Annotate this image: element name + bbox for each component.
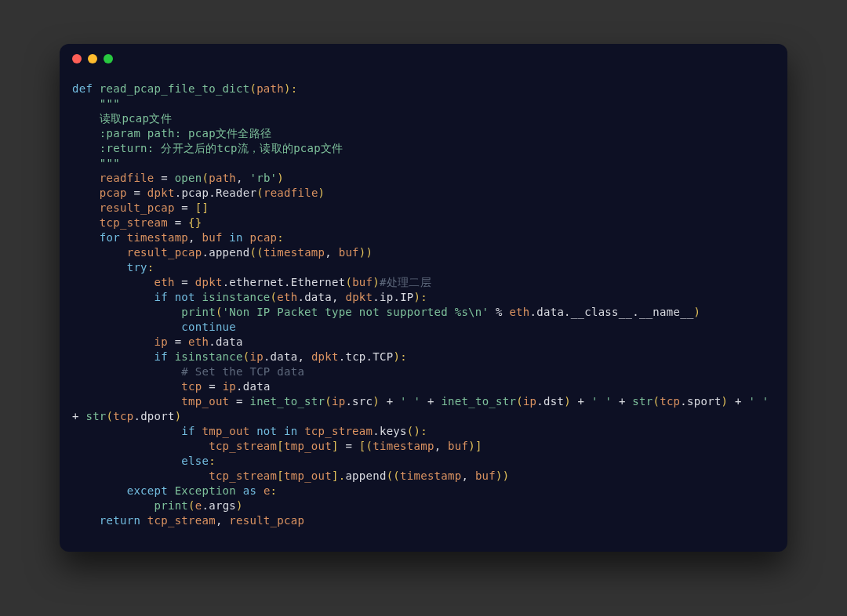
code-token: = [339,440,359,452]
code-token: tcp_stream [209,440,277,452]
code-token: ( [256,187,264,199]
code-token: eth [509,306,529,318]
code-token: eth [277,291,297,303]
code-token: isinstance [175,350,243,363]
code-token: , [236,172,249,184]
code-token: dpkt [147,187,175,199]
code-token: ] [332,440,339,452]
code-line: def read_pcap_file_to_dict(path): [72,82,297,95]
code-token: str [85,410,106,422]
code-line: if isinstance(ip.data, dpkt.tcp.TCP): [72,350,407,363]
code-line: tcp_stream = {} [72,216,202,229]
code-token [72,469,209,482]
code-token: = [127,187,147,199]
code-token: tcp [660,395,680,408]
code-token: ) [722,395,729,408]
code-token: result_pcap [127,246,202,259]
code-line: if tmp_out not in tcp_stream.keys(): [72,425,427,437]
code-token: ( [271,291,278,303]
code-token: : [147,261,154,274]
code-token: path [256,82,284,95]
code-line: eth = dpkt.ethernet.Ethernet(buf)#处理二层 [72,276,431,288]
code-token: args [209,499,236,512]
code-token: append [209,246,249,259]
code-token: dst [543,395,564,408]
code-line: except Exception as e: [72,484,277,497]
code-token: continue [181,321,236,333]
code-token [72,425,181,437]
code-token: pcap [181,187,209,199]
code-token: buf [352,276,373,288]
code-token: . [202,499,209,512]
code-token: ( [345,276,352,288]
code-token: dpkt [311,350,339,363]
code-token: ( [249,82,256,95]
code-token: src [352,395,373,408]
code-token: pcap [249,231,277,244]
code-token: for [100,231,127,244]
code-token [72,261,127,274]
code-token: . [564,306,571,318]
code-token: ): [284,82,297,95]
code-token: return [100,514,147,527]
code-token [72,484,127,497]
code-token: pcap [100,187,127,199]
code-token: . [209,335,216,348]
code-token: % [489,306,509,318]
code-line: else: [72,455,216,467]
code-token: # Set the TCP data [181,365,304,378]
code-token: tcp [181,380,202,393]
code-window: def read_pcap_file_to_dict(path): """ 读取… [60,44,787,552]
code-token: ) [236,499,243,512]
code-token: tcp_stream [100,216,168,229]
code-token: . [530,306,537,318]
code-token: Ethernet [291,276,346,288]
zoom-icon[interactable] [104,54,113,63]
code-token: ) [277,172,284,184]
code-token: """ [72,157,120,169]
code-token: , [461,469,474,482]
code-token [72,499,154,512]
code-token: = [168,216,188,229]
code-token [72,246,127,259]
code-token [72,306,181,318]
code-token: , [325,246,338,259]
minimize-icon[interactable] [88,54,97,63]
code-token: 'rb' [249,172,277,184]
code-token [72,365,181,378]
code-token: ( [325,395,332,408]
code-token: timestamp [373,440,434,452]
code-line: tcp_stream[tmp_out].append((timestamp, b… [72,469,509,482]
close-icon[interactable] [72,54,82,63]
code-token: + [571,395,591,408]
code-token: not in [249,425,304,437]
code-token: : [277,231,284,244]
code-area: def read_pcap_file_to_dict(path): """ 读取… [60,74,787,552]
code-token: [ [277,469,284,482]
code-token: + [420,395,441,408]
code-token: dpkt [195,276,223,288]
code-token: , [297,350,311,363]
code-token: ' ' [400,395,420,408]
code-token: tmp_out [284,469,332,482]
code-token: . [536,395,543,408]
code-token [72,440,209,452]
code-token: data [304,291,332,303]
code-token: buf [202,231,223,244]
code-token: dpkt [345,291,373,303]
code-line: try: [72,261,154,274]
code-line: tcp = ip.data [72,380,271,393]
code-line: result_pcap.append((timestamp, buf)) [72,246,373,259]
code-token: path [209,172,236,184]
code-token: timestamp [127,231,188,244]
code-token [72,231,100,244]
code-token: . [209,187,216,199]
code-token: + [612,395,632,408]
code-token: ( [516,395,523,408]
code-token: 读取pcap文件 [72,112,172,125]
code-token: . [297,291,304,303]
code-token: Reader [216,187,256,199]
code-token: . [284,276,291,288]
code-token: . [264,350,271,363]
code-token [72,350,154,363]
